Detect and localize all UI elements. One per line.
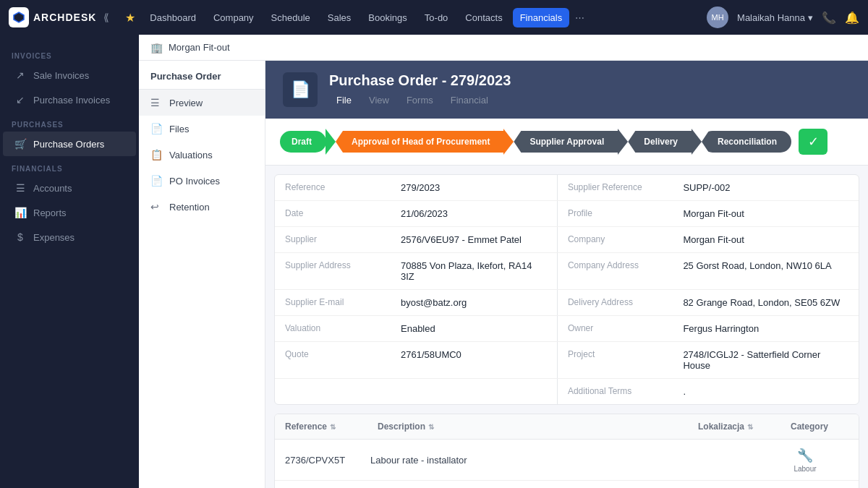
main-content: 📄 Purchase Order - 279/2023 File View Fo… (265, 61, 868, 488)
breadcrumb-icon: 🏢 (150, 42, 163, 53)
nav-financials[interactable]: Financials (513, 8, 570, 27)
expenses-icon: $ (14, 231, 26, 243)
bell-icon[interactable]: 🔔 (845, 11, 859, 25)
sidebar-item-expenses[interactable]: $ Expenses (3, 225, 136, 249)
nav-schedule[interactable]: Schedule (264, 8, 318, 27)
table-row[interactable]: 2736/CPVX5T Labour rate - installator 📦 … (275, 481, 859, 488)
sidebar-item-purchase-orders[interactable]: 🛒 Purchase Orders (3, 132, 136, 156)
tab-view[interactable]: View (362, 93, 396, 107)
item-category-labour: 🔧 Labour (762, 448, 848, 471)
wf-draft[interactable]: Draft (280, 131, 326, 153)
wf-approval[interactable]: Approval of Head of Procurement (336, 131, 504, 153)
sidebar-section-financials: FINANCIALS (0, 156, 139, 176)
field-value: 279/2023 (391, 175, 557, 201)
labour-icon: 🔧 (797, 448, 813, 463)
field-label (275, 379, 391, 405)
sidebar-item-reports[interactable]: 📊 Reports (3, 200, 136, 225)
wf-supplier-approval[interactable]: Supplier Approval (514, 131, 618, 153)
field-label: Date (275, 201, 391, 227)
field-value: 2576/V6EU97 - Emmet Patel (391, 227, 557, 253)
left-panel-retention[interactable]: ↩ Retention (139, 194, 265, 220)
table-row[interactable]: 2736/CPVX5T Labour rate - installator 🔧 … (275, 440, 859, 481)
left-panel-files[interactable]: 📄 Files (139, 116, 265, 142)
left-panel-preview[interactable]: ☰ Preview (139, 90, 265, 116)
tab-forms[interactable]: Forms (399, 93, 441, 107)
nav-todo[interactable]: To-do (417, 8, 456, 27)
field-value (391, 379, 557, 405)
doc-type-icon: 📄 (283, 72, 318, 107)
workflow: Draft Approval of Head of Procurement Su… (265, 119, 868, 166)
nav-sales[interactable]: Sales (320, 8, 359, 27)
wf-arrow-1 (326, 129, 336, 155)
col-reference[interactable]: Reference ⇅ (285, 421, 372, 432)
valuations-icon: 📋 (150, 149, 162, 160)
content-area: Purchase Order ☰ Preview 📄 Files 📋 Valua… (139, 61, 868, 488)
sidebar: INVOICES ↗ Sale Invoices ↙ Purchase Invo… (0, 35, 139, 488)
field-label: Delivery Address (557, 290, 673, 316)
details-section: Reference 279/2023 Supplier Reference SU… (274, 174, 859, 405)
field-label: Supplier E-mail (275, 290, 391, 316)
wf-step-reconciliation: Reconciliation (702, 131, 791, 153)
logo-icon (9, 7, 29, 27)
main-layout: INVOICES ↗ Sale Invoices ↙ Purchase Invo… (0, 35, 868, 488)
top-navigation: ARCHDESK ⟪ ★ Dashboard Company Schedule … (0, 0, 868, 35)
user-menu[interactable]: Malaikah Hanna ▾ (737, 12, 813, 23)
retention-icon: ↩ (150, 201, 162, 213)
col-category: Category (791, 421, 848, 432)
more-options-icon[interactable]: ⋯ (575, 12, 584, 23)
field-value: 70885 Von Plaza, Ikefort, RA14 3IZ (391, 253, 557, 290)
left-panel-po-invoices[interactable]: 📄 PO Invoices (139, 168, 265, 194)
accounts-icon: ☰ (14, 182, 26, 194)
wf-delivery[interactable]: Delivery (628, 131, 692, 153)
sidebar-section-invoices: INVOICES (0, 43, 139, 63)
favorites-icon[interactable]: ★ (125, 11, 135, 25)
left-panel-valuations[interactable]: 📋 Valuations (139, 142, 265, 168)
field-value: Fergus Harrington (673, 316, 859, 342)
purchase-invoices-icon: ↙ (14, 94, 26, 106)
field-value: Morgan Fit-out (673, 227, 859, 253)
item-desc-1: Labour rate - installator (370, 455, 756, 466)
wf-arrow-2 (503, 129, 514, 155)
sidebar-item-sale-invoices[interactable]: ↗ Sale Invoices (3, 63, 136, 87)
breadcrumb-text[interactable]: Morgan Fit-out (169, 42, 230, 53)
nav-company[interactable]: Company (206, 8, 261, 27)
tab-financial[interactable]: Financial (443, 93, 495, 107)
col-description[interactable]: Description ⇅ (378, 421, 692, 432)
wf-reconciliation[interactable]: Reconciliation (702, 131, 791, 153)
files-icon: 📄 (150, 123, 162, 134)
left-panel: Purchase Order ☰ Preview 📄 Files 📋 Valua… (139, 61, 265, 488)
sort-lokalizacja-icon: ⇅ (747, 423, 753, 431)
nav-dashboard[interactable]: Dashboard (142, 8, 203, 27)
sidebar-item-purchase-invoices[interactable]: ↙ Purchase Invoices (3, 87, 136, 112)
items-section: Reference ⇅ Description ⇅ Lokalizacja ⇅ (274, 414, 859, 488)
doc-header: 📄 Purchase Order - 279/2023 File View Fo… (265, 61, 868, 119)
field-label: Company Address (557, 253, 673, 290)
sidebar-item-accounts[interactable]: ☰ Accounts (3, 176, 136, 200)
workflow-complete-button[interactable]: ✓ (799, 129, 827, 155)
field-label: Additional Terms (557, 379, 673, 405)
nav-contacts[interactable]: Contacts (458, 8, 509, 27)
reports-icon: 📊 (14, 207, 26, 218)
phone-icon[interactable]: 📞 (822, 11, 836, 25)
field-value: 21/06/2023 (391, 201, 557, 227)
nav-bookings[interactable]: Bookings (361, 8, 414, 27)
purchase-orders-icon: 🛒 (14, 138, 26, 150)
svg-marker-0 (14, 12, 24, 22)
po-invoices-icon: 📄 (150, 175, 162, 187)
wf-arrow-4 (692, 129, 702, 155)
wf-step-delivery: Delivery (628, 131, 692, 153)
doc-tabs: File View Forms Financial (329, 93, 511, 107)
item-ref-1: 2736/CPVX5T (285, 455, 365, 466)
field-label: Reference (275, 175, 391, 201)
preview-icon: ☰ (150, 97, 162, 108)
field-value: Enabled (391, 316, 557, 342)
details-table: Reference 279/2023 Supplier Reference SU… (275, 175, 859, 404)
collapse-icon[interactable]: ⟪ (103, 12, 109, 23)
field-label: Owner (557, 316, 673, 342)
field-value: 25 Gorst Road, London, NW10 6LA (673, 253, 859, 290)
sort-reference-icon: ⇅ (330, 423, 336, 431)
tab-file[interactable]: File (329, 93, 359, 107)
field-label: Supplier Address (275, 253, 391, 290)
col-lokalizacja[interactable]: Lokalizacja ⇅ (698, 421, 785, 432)
right-panel: 🏢 Morgan Fit-out Purchase Order ☰ Previe… (139, 35, 868, 488)
